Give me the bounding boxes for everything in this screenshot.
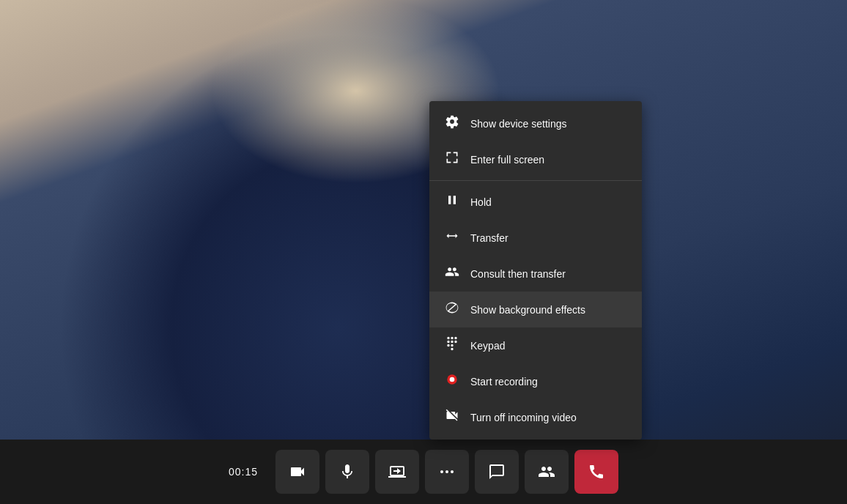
- call-timer: 00:15: [229, 466, 258, 478]
- menu-label-start-recording: Start recording: [470, 376, 538, 388]
- menu-item-keypad[interactable]: Keypad: [429, 327, 642, 363]
- menu-item-background-effects[interactable]: Show background effects: [429, 292, 642, 327]
- menu-divider-1: [429, 180, 642, 181]
- share-icon: [388, 463, 406, 481]
- people-button[interactable]: [525, 450, 569, 494]
- menu-item-hold[interactable]: Hold: [429, 184, 642, 220]
- menu-label-hold: Hold: [470, 196, 492, 208]
- transfer-icon: [444, 229, 460, 247]
- menu-label-fullscreen: Enter full screen: [470, 154, 544, 166]
- more-icon: [438, 463, 456, 481]
- menu-label-transfer: Transfer: [470, 232, 508, 244]
- menu-item-turn-off-video[interactable]: Turn off incoming video: [429, 399, 642, 435]
- mic-icon: [339, 463, 356, 481]
- consult-icon: [444, 264, 460, 283]
- keypad-icon: [444, 336, 460, 355]
- menu-label-keypad: Keypad: [470, 340, 505, 352]
- video-off-icon: [444, 408, 460, 426]
- chat-icon: [488, 463, 506, 481]
- people-icon: [538, 463, 555, 481]
- person-overlay: [0, 0, 847, 504]
- svg-point-4: [451, 470, 454, 473]
- share-button[interactable]: [375, 450, 419, 494]
- toolbar: 00:15: [0, 440, 847, 504]
- menu-label-consult-transfer: Consult then transfer: [470, 268, 566, 280]
- menu-label-background-effects: Show background effects: [470, 304, 585, 316]
- svg-point-2: [440, 470, 443, 473]
- context-menu: Show device settings Enter full screen H…: [429, 101, 642, 440]
- menu-item-transfer[interactable]: Transfer: [429, 220, 642, 256]
- video-icon: [289, 463, 306, 481]
- video-button[interactable]: [275, 450, 319, 494]
- svg-point-1: [450, 377, 455, 382]
- chat-button[interactable]: [475, 450, 519, 494]
- svg-point-3: [445, 470, 448, 473]
- menu-item-consult-transfer[interactable]: Consult then transfer: [429, 256, 642, 292]
- hangup-icon: [588, 463, 605, 481]
- fullscreen-icon: [444, 150, 460, 168]
- menu-item-fullscreen[interactable]: Enter full screen: [429, 141, 642, 177]
- menu-item-device-settings[interactable]: Show device settings: [429, 105, 642, 141]
- background-icon: [444, 300, 460, 319]
- mic-button[interactable]: [325, 450, 369, 494]
- menu-label-turn-off-video: Turn off incoming video: [470, 412, 577, 423]
- record-icon: [444, 372, 460, 390]
- hold-icon: [444, 193, 460, 211]
- gear-icon: [444, 114, 460, 133]
- more-button[interactable]: [425, 450, 469, 494]
- menu-item-start-recording[interactable]: Start recording: [429, 363, 642, 399]
- hangup-button[interactable]: [574, 450, 618, 494]
- menu-label-device-settings: Show device settings: [470, 118, 567, 130]
